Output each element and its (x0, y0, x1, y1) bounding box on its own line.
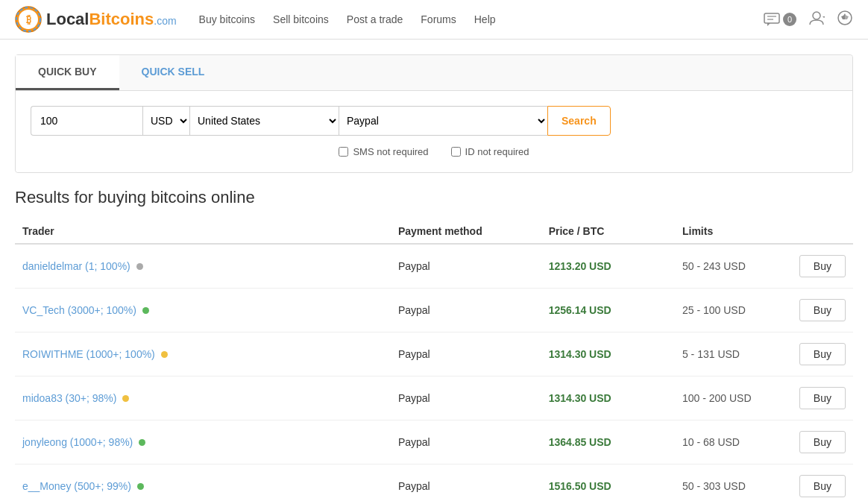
buy-button[interactable]: Buy (799, 343, 846, 365)
limits-cell: 10 - 68 USD (675, 420, 792, 464)
online-indicator (122, 395, 129, 402)
results-tbody: danieldelmar (1; 100%) Paypal 1213.20 US… (15, 244, 853, 504)
action-cell: Buy (792, 464, 853, 505)
table-row: e__Money (500+; 99%) Paypal 1516.50 USD … (15, 464, 853, 505)
nav-post-trade[interactable]: Post a trade (347, 13, 403, 25)
buy-button[interactable]: Buy (799, 387, 846, 409)
nav-sell-bitcoins[interactable]: Sell bitcoins (273, 13, 329, 25)
nav-forums[interactable]: Forums (421, 13, 456, 25)
trader-cell: midoa83 (30+; 98%) (15, 377, 391, 420)
sms-checkbox-label[interactable]: SMS not required (339, 146, 428, 157)
price-cell: 1364.85 USD (541, 420, 675, 464)
action-cell: Buy (792, 289, 853, 333)
action-cell: Buy (792, 333, 853, 377)
logo[interactable]: ₿ LocalBitcoins.com (15, 6, 177, 33)
payment-cell: Paypal (391, 377, 541, 420)
buy-button[interactable]: Buy (799, 431, 846, 453)
table-row: danieldelmar (1; 100%) Paypal 1213.20 US… (15, 244, 853, 289)
trader-link[interactable]: VC_Tech (3000+; 100%) (22, 304, 136, 316)
online-indicator (139, 439, 145, 446)
price-cell: 1256.14 USD (541, 289, 675, 333)
checkboxes-row: SMS not required ID not required (31, 146, 837, 157)
action-cell: Buy (792, 377, 853, 420)
limits-cell: 50 - 243 USD (675, 244, 792, 289)
logo-local: Local (46, 10, 89, 28)
price-cell: 1213.20 USD (541, 244, 675, 289)
nav-help[interactable]: Help (474, 13, 496, 25)
security-icon (837, 10, 853, 30)
svg-text:₿: ₿ (26, 13, 31, 25)
trader-cell: e__Money (500+; 99%) (15, 464, 391, 505)
trader-cell: VC_Tech (3000+; 100%) (15, 289, 391, 333)
search-button[interactable]: Search (547, 106, 611, 136)
logo-icon: ₿ (15, 6, 42, 33)
id-checkbox-label[interactable]: ID not required (451, 146, 529, 157)
trader-link[interactable]: jonyleong (1000+; 98%) (22, 436, 133, 448)
tab-quick-buy[interactable]: QUICK BUY (16, 55, 119, 90)
tabs-body: USD EUR GBP BTC United States United Kin… (16, 91, 852, 172)
currency-select[interactable]: USD EUR GBP BTC (142, 106, 189, 136)
col-payment: Payment method (391, 219, 541, 244)
table-row: jonyleong (1000+; 98%) Paypal 1364.85 US… (15, 420, 853, 464)
trader-cell: jonyleong (1000+; 98%) (15, 420, 391, 464)
buy-button[interactable]: Buy (799, 475, 846, 497)
results-title: Results for buying bitcoins online (15, 188, 853, 207)
user-menu[interactable] (808, 10, 825, 28)
logo-com: .com (154, 15, 176, 27)
payment-method-select[interactable]: Paypal Bank transfer Cash deposit Wester… (339, 106, 547, 136)
id-checkbox[interactable] (451, 147, 461, 157)
col-trader: Trader (15, 219, 391, 244)
country-select[interactable]: United States United Kingdom Germany Fra… (189, 106, 339, 136)
trader-link[interactable]: ROIWITHME (1000+; 100%) (22, 348, 155, 360)
sms-checkbox[interactable] (339, 147, 348, 157)
tabs-header: QUICK BUY QUICK SELL (16, 55, 852, 91)
tab-quick-sell[interactable]: QUICK SELL (119, 55, 227, 90)
header-right: 0 (764, 10, 853, 30)
col-price: Price / BTC (541, 219, 675, 244)
payment-cell: Paypal (391, 244, 541, 289)
results-section: Results for buying bitcoins online Trade… (0, 173, 868, 504)
trader-cell: danieldelmar (1; 100%) (15, 244, 391, 289)
header: ₿ LocalBitcoins.com Buy bitcoins Sell bi… (0, 0, 868, 40)
price-cell: 1516.50 USD (541, 464, 675, 505)
buy-button[interactable]: Buy (799, 299, 846, 321)
svg-point-8 (813, 12, 820, 19)
payment-cell: Paypal (391, 333, 541, 377)
payment-cell: Paypal (391, 420, 541, 464)
trader-link[interactable]: e__Money (500+; 99%) (22, 480, 131, 492)
payment-cell: Paypal (391, 464, 541, 505)
chat-bubble-icon (764, 13, 780, 26)
col-limits: Limits (675, 219, 792, 244)
table-row: midoa83 (30+; 98%) Paypal 1314.30 USD 10… (15, 377, 853, 420)
table-row: ROIWITHME (1000+; 100%) Paypal 1314.30 U… (15, 333, 853, 377)
trader-link[interactable]: danieldelmar (1; 100%) (22, 260, 130, 272)
price-cell: 1314.30 USD (541, 333, 675, 377)
amount-input[interactable] (31, 106, 142, 136)
shield-icon (837, 10, 853, 26)
quick-trade-section: QUICK BUY QUICK SELL USD EUR GBP BTC Uni… (15, 54, 853, 173)
user-icon (808, 10, 825, 25)
limits-cell: 5 - 131 USD (675, 333, 792, 377)
message-count: 0 (783, 13, 796, 26)
trader-link[interactable]: midoa83 (30+; 98%) (22, 392, 116, 404)
payment-cell: Paypal (391, 289, 541, 333)
limits-cell: 100 - 200 USD (675, 377, 792, 420)
limits-cell: 50 - 303 USD (675, 464, 792, 505)
buy-button[interactable]: Buy (799, 255, 846, 277)
price-cell: 1314.30 USD (541, 377, 675, 420)
results-table: Trader Payment method Price / BTC Limits… (15, 219, 853, 504)
action-cell: Buy (792, 244, 853, 289)
svg-rect-4 (764, 13, 779, 23)
action-cell: Buy (792, 420, 853, 464)
svg-marker-9 (823, 16, 825, 18)
online-indicator (161, 351, 168, 358)
messages-icon[interactable]: 0 (764, 13, 796, 26)
online-indicator (136, 263, 143, 270)
online-indicator (137, 483, 144, 490)
main-nav: Buy bitcoins Sell bitcoins Post a trade … (199, 13, 764, 25)
search-row: USD EUR GBP BTC United States United Kin… (31, 106, 837, 136)
limits-cell: 25 - 100 USD (675, 289, 792, 333)
nav-buy-bitcoins[interactable]: Buy bitcoins (199, 13, 255, 25)
col-action (792, 219, 853, 244)
table-row: VC_Tech (3000+; 100%) Paypal 1256.14 USD… (15, 289, 853, 333)
